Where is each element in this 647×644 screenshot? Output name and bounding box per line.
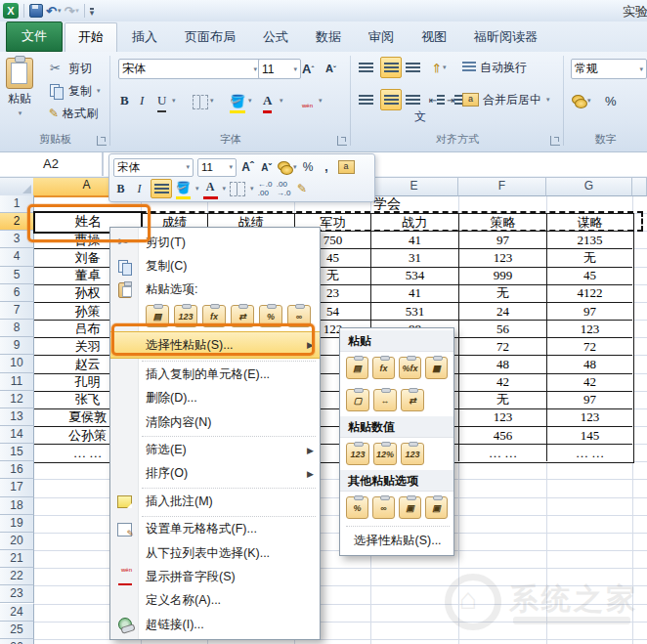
font-color-dropdown[interactable]: ▾ — [279, 91, 283, 110]
align-center-button[interactable] — [380, 89, 402, 110]
table-cell[interactable]: 无 — [459, 392, 547, 409]
tab-公式[interactable]: 公式 — [250, 23, 301, 52]
decrease-indent-button[interactable]: ⇤ — [429, 90, 445, 109]
cut-button[interactable]: 剪切 — [49, 59, 92, 78]
row-header-6[interactable]: 6 — [0, 284, 34, 302]
save-button[interactable] — [29, 4, 43, 18]
table-cell[interactable]: 123 — [547, 321, 632, 338]
grow-font-button[interactable]: Aˆ — [240, 158, 255, 176]
table-cell[interactable]: 无 — [547, 249, 632, 267]
table-cell[interactable]: 45 — [547, 268, 632, 285]
row-header-13[interactable]: 13 — [0, 408, 34, 426]
table-cell[interactable]: 41 — [371, 285, 459, 303]
excel-app-icon[interactable]: X — [3, 3, 19, 19]
paste-option-formulas-number-format-icon[interactable]: %fx — [399, 357, 421, 379]
paste-option-values-123-icon[interactable]: 123 — [346, 443, 369, 465]
row-header-24[interactable]: 24 — [0, 604, 34, 622]
row-header-21[interactable]: 21 — [0, 550, 34, 568]
borders-dropdown[interactable]: ▾ — [250, 185, 254, 193]
table-cell[interactable]: 97 — [547, 303, 632, 321]
format-painter-button[interactable]: ✎格式刷 — [49, 104, 98, 123]
table-cell[interactable]: 4122 — [547, 285, 632, 303]
align-top-button[interactable] — [359, 58, 373, 77]
customize-qat-button[interactable]: ▾ — [90, 6, 95, 17]
paste-option-transpose-icon[interactable]: ⇄ — [401, 389, 424, 411]
paste-option-keep-source-formatting-icon[interactable]: ▦ — [425, 357, 448, 379]
number-format-combo[interactable]: 常规▾ — [571, 59, 647, 79]
row-header-22[interactable]: 22 — [0, 568, 34, 585]
column-header-E[interactable]: E — [370, 177, 458, 196]
align-right-button[interactable] — [406, 90, 420, 109]
increase-indent-button[interactable]: ⇥ — [447, 90, 462, 109]
tab-审阅[interactable]: 审阅 — [356, 23, 407, 52]
align-left-button[interactable] — [359, 90, 373, 109]
column-header-F[interactable]: F — [458, 177, 546, 196]
increase-decimal-button[interactable]: .00→.0 — [277, 180, 291, 197]
paste-option-paste-link-icon[interactable]: ∞ — [372, 496, 395, 519]
font-name-combo[interactable]: 宋体▾ — [118, 59, 261, 79]
select-all-corner[interactable] — [0, 177, 34, 196]
fill-color-button[interactable]: 🪣 — [176, 179, 191, 199]
row-header-17[interactable]: 17 — [0, 479, 34, 496]
underline-dropdown[interactable]: ▾ — [171, 91, 176, 110]
undo-button[interactable]: ↶▾ — [46, 4, 61, 19]
borders-icon[interactable] — [230, 182, 245, 196]
merge-center-button[interactable]: a — [338, 158, 355, 176]
tab-文件[interactable]: 文件 — [6, 21, 63, 52]
menu-item-粘贴选项:[interactable]: 粘贴选项: — [110, 279, 320, 302]
font-color-button[interactable]: A — [263, 91, 272, 113]
borders-dropdown[interactable]: ▾ — [209, 91, 214, 110]
italic-button[interactable]: I — [140, 91, 144, 110]
column-header-h[interactable] — [632, 177, 647, 196]
mini-font-name-combo[interactable]: 宋体▾ — [113, 158, 194, 177]
merge-center-button[interactable]: a合并后居中▾ — [462, 90, 550, 109]
menu-item-设置单元格格式[interactable]: 设置单元格格式(F)... — [110, 518, 320, 541]
phonetic-dropdown[interactable]: ▾ — [318, 91, 323, 110]
table-cell[interactable]: 48 — [459, 356, 547, 373]
percent-format-button[interactable]: % — [301, 158, 316, 176]
tab-视图[interactable]: 视图 — [409, 23, 459, 52]
table-cell[interactable]: 48 — [547, 356, 632, 373]
format-painter-icon[interactable]: ✎ — [295, 180, 310, 197]
table-cell[interactable]: 456 — [459, 427, 547, 445]
align-bottom-button[interactable] — [406, 58, 420, 77]
font-color-button[interactable]: A — [203, 179, 218, 199]
table-cell[interactable]: 123 — [459, 249, 547, 267]
fill-color-button[interactable]: 🪣 — [230, 91, 245, 113]
percent-format-button[interactable]: % — [605, 91, 617, 110]
bold-button[interactable]: B — [113, 180, 128, 197]
row-header-14[interactable]: 14 — [0, 426, 34, 444]
table-cell[interactable]: 31 — [371, 249, 459, 267]
dialog-launcher-icon[interactable] — [97, 136, 107, 146]
grow-font-button[interactable]: Aˆ — [302, 59, 314, 78]
table-cell[interactable]: 无 — [459, 285, 547, 303]
table-cell[interactable]: … … — [459, 445, 547, 461]
row-header-16[interactable]: 16 — [0, 461, 34, 479]
menu-item-插入批注[interactable]: 插入批注(M) — [110, 490, 320, 513]
row-header-18[interactable]: 18 — [0, 497, 34, 515]
row-header-9[interactable]: 9 — [0, 337, 34, 355]
table-cell[interactable]: 531 — [371, 303, 459, 321]
row-header-10[interactable]: 10 — [0, 355, 34, 372]
row-header-12[interactable]: 12 — [0, 391, 34, 408]
paste-option-picture-icon[interactable]: ▣ — [399, 496, 421, 519]
table-cell[interactable]: 41 — [371, 232, 459, 249]
table-cell[interactable]: 72 — [459, 338, 547, 356]
menu-item-删除[interactable]: 删除(D)... — [110, 387, 320, 410]
menu-item-定义名称[interactable]: 定义名称(A)... — [110, 589, 320, 613]
table-cell[interactable]: 534 — [371, 268, 459, 285]
currency-format-button[interactable]: ▾ — [278, 158, 297, 176]
tab-福昕阅读器[interactable]: 福昕阅读器 — [461, 23, 550, 52]
menu-item-从下拉列表中选择[interactable]: 从下拉列表中选择(K)... — [110, 541, 320, 565]
name-box[interactable]: A2 — [0, 151, 104, 176]
table-cell[interactable]: 2135 — [547, 232, 632, 249]
paste-option-formatting-brush-icon[interactable]: % — [346, 496, 368, 519]
row-header-25[interactable]: 25 — [0, 622, 34, 639]
tab-数据[interactable]: 数据 — [303, 23, 354, 52]
menu-item-复制[interactable]: 复制(C) — [110, 254, 320, 278]
align-middle-button[interactable] — [380, 57, 402, 78]
column-header-G[interactable]: G — [546, 177, 632, 196]
menu-item-插入复制的单元格[interactable]: 插入复制的单元格(E)... — [110, 363, 320, 386]
font-color-dropdown[interactable]: ▾ — [223, 185, 227, 193]
paste-option-no-borders-icon[interactable]: ▢ — [346, 389, 369, 411]
